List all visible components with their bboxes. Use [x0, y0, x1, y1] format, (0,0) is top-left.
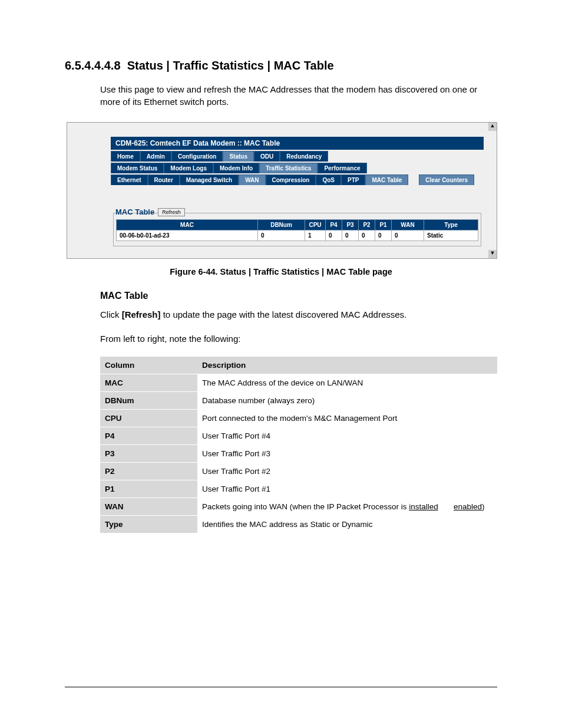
tab-performance[interactable]: Performance: [318, 163, 366, 173]
table-row: P4User Traffic Port #4: [100, 427, 497, 445]
refresh-instruction: Click [Refresh] to update the page with …: [100, 308, 487, 321]
heading-title: Status | Traffic Statistics | MAC Table: [127, 59, 334, 72]
description-table: Column Description MACThe MAC Address of…: [100, 357, 497, 533]
cell-p1: 0: [375, 230, 392, 241]
app-panel: CDM-625: Comtech EF Data Modem :: MAC Ta…: [111, 137, 484, 246]
col-p1: P1: [375, 220, 392, 230]
col-wan: WAN: [392, 220, 424, 230]
table-row: P2User Traffic Port #2: [100, 463, 497, 480]
screenshot-panel: ▲ ▼ CDM-625: Comtech EF Data Modem :: MA…: [67, 122, 497, 259]
heading-number: 6.5.4.4.4.8: [65, 59, 121, 72]
col-p2: P2: [359, 220, 375, 230]
tab-traffic-statistics[interactable]: Traffic Statistics: [259, 163, 318, 173]
cell-p2: 0: [359, 230, 375, 241]
cell-p4: 0: [326, 230, 342, 241]
desc-col-desc: User Traffic Port #3: [197, 445, 497, 463]
tab-status[interactable]: Status: [223, 151, 254, 162]
desc-head-column: Column: [100, 357, 197, 374]
desc-col-desc: Port connected to the modem's M&C Manage…: [197, 410, 497, 427]
mac-table-fieldset: MAC DBNum CPU P4 P3 P2 P1 WAN Type: [113, 213, 481, 246]
tab-qos[interactable]: QoS: [316, 174, 341, 185]
table-row: P3User Traffic Port #3: [100, 445, 497, 463]
tab-configuration[interactable]: Configuration: [171, 151, 223, 162]
tab-ethernet[interactable]: Ethernet: [111, 174, 148, 185]
desc-col-name: P1: [100, 480, 197, 498]
tab-odu[interactable]: ODU: [254, 151, 280, 162]
tab-managed-switch[interactable]: Managed Switch: [180, 174, 239, 185]
desc-col-name: MAC: [100, 374, 197, 392]
mac-data-table: MAC DBNum CPU P4 P3 P2 P1 WAN Type: [116, 219, 478, 241]
desc-col-name: CPU: [100, 410, 197, 427]
intro-paragraph: Use this page to view and refresh the MA…: [100, 83, 487, 108]
col-type: Type: [424, 220, 478, 230]
table-row: DBNumDatabase number (always zero): [100, 392, 497, 410]
desc-col-name: P3: [100, 445, 197, 463]
tab-modem-status[interactable]: Modem Status: [111, 163, 164, 173]
desc-col-desc: The MAC Address of the device on LAN/WAN: [197, 374, 497, 392]
desc-col-desc: Packets going into WAN (when the IP Pack…: [197, 498, 497, 516]
cell-p3: 0: [342, 230, 359, 241]
scroll-down-icon: ▼: [488, 250, 497, 258]
table-row: 00-06-b0-01-ad-23 0 1 0 0 0 0 0 Static: [117, 230, 478, 241]
col-cpu: CPU: [305, 220, 326, 230]
tab-row-2: Modem Status Modem Logs Modem Info Traff…: [111, 163, 484, 173]
desc-col-desc: User Traffic Port #4: [197, 427, 497, 445]
scroll-up-icon: ▲: [488, 123, 497, 131]
col-dbnum: DBNum: [258, 220, 305, 230]
col-p3: P3: [342, 220, 359, 230]
desc-head-description: Description: [197, 357, 497, 374]
desc-col-name: DBNum: [100, 392, 197, 410]
tab-row-3: Ethernet Router Managed Switch WAN Compr…: [111, 174, 484, 185]
table-row: P1User Traffic Port #1: [100, 480, 497, 498]
tab-redundancy[interactable]: Redundancy: [280, 151, 328, 162]
page-rule: [65, 687, 497, 687]
fieldset-legend: MAC Table: [115, 207, 154, 216]
desc-col-desc: User Traffic Port #2: [197, 463, 497, 480]
tab-router[interactable]: Router: [148, 174, 180, 185]
tab-admin[interactable]: Admin: [140, 151, 171, 162]
mac-table-subheading: MAC Table: [100, 291, 497, 301]
table-row: MACThe MAC Address of the device on LAN/…: [100, 374, 497, 392]
refresh-pre: Click: [100, 309, 122, 319]
tab-row-1: Home Admin Configuration Status ODU Redu…: [111, 151, 484, 162]
tab-home[interactable]: Home: [111, 151, 140, 162]
cell-cpu: 1: [305, 230, 326, 241]
desc-col-name: WAN: [100, 498, 197, 516]
window-title: CDM-625: Comtech EF Data Modem :: MAC Ta…: [111, 137, 484, 150]
refresh-bold: [Refresh]: [122, 309, 161, 319]
col-p4: P4: [326, 220, 342, 230]
tab-wan[interactable]: WAN: [239, 174, 265, 185]
cell-mac: 00-06-b0-01-ad-23: [117, 230, 258, 241]
table-row: TypeIdentifies the MAC address as Static…: [100, 516, 497, 533]
refresh-post: to update the page with the latest disco…: [161, 309, 407, 319]
cell-wan: 0: [392, 230, 424, 241]
cell-type: Static: [424, 230, 478, 241]
cell-dbnum: 0: [258, 230, 305, 241]
desc-col-desc: User Traffic Port #1: [197, 480, 497, 498]
desc-col-desc: Database number (always zero): [197, 392, 497, 410]
desc-col-name: P4: [100, 427, 197, 445]
desc-col-name: Type: [100, 516, 197, 533]
section-heading: 6.5.4.4.4.8 Status | Traffic Statistics …: [65, 59, 497, 73]
tab-modem-info[interactable]: Modem Info: [213, 163, 259, 173]
tab-mac-table[interactable]: MAC Table: [365, 174, 408, 185]
table-row: CPUPort connected to the modem's M&C Man…: [100, 410, 497, 427]
tab-clear-counters[interactable]: Clear Counters: [419, 174, 474, 185]
desc-col-desc: Identifies the MAC address as Static or …: [197, 516, 497, 533]
tab-modem-logs[interactable]: Modem Logs: [164, 163, 213, 173]
col-mac: MAC: [117, 220, 258, 230]
from-left-paragraph: From left to right, note the following:: [100, 332, 487, 345]
figure-caption: Figure 6-44. Status | Traffic Statistics…: [65, 267, 497, 276]
table-row: WANPackets going into WAN (when the IP P…: [100, 498, 497, 516]
refresh-button[interactable]: Refresh: [158, 208, 185, 216]
desc-col-name: P2: [100, 463, 197, 480]
tab-ptp[interactable]: PTP: [341, 174, 365, 185]
tab-compression[interactable]: Compression: [266, 174, 316, 185]
